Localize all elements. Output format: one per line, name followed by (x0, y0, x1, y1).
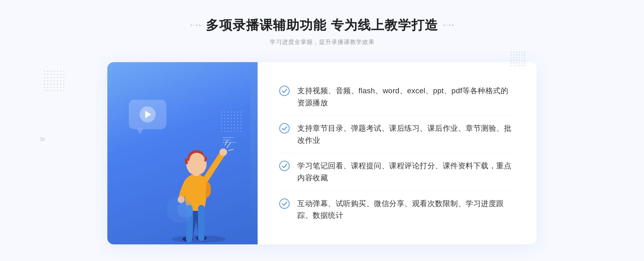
svg-point-11 (280, 124, 289, 133)
deco-circle-small (177, 202, 193, 218)
header-section: 多项录播课辅助功能 专为线上教学打造 学习进度全掌握，提升录播课教学效果 (191, 17, 453, 46)
content-card: 支持视频、音频、flash、word、excel、ppt、pdf等各种格式的资源… (107, 62, 537, 244)
svg-point-10 (280, 86, 289, 96)
check-icon-4 (279, 198, 290, 209)
svg-line-9 (225, 140, 228, 146)
play-triangle (145, 111, 151, 118)
svg-point-12 (280, 161, 289, 171)
check-icon-2 (279, 123, 290, 134)
feature-text-1: 支持视频、音频、flash、word、excel、ppt、pdf等各种格式的资源… (297, 85, 515, 109)
feature-text-4: 互动弹幕、试听购买、微信分享、观看次数限制、学习进度跟踪、数据统计 (297, 198, 515, 222)
deco-dots-left (191, 24, 200, 26)
feature-text-2: 支持章节目录、弹题考试、课后练习、课后作业、章节测验、批改作业 (297, 122, 515, 147)
feature-item-1: 支持视频、音频、flash、word、excel、ppt、pdf等各种格式的资源… (279, 79, 515, 116)
dots-decoration-left (43, 70, 64, 91)
svg-line-7 (227, 143, 231, 148)
illustration-panel (107, 62, 258, 244)
svg-line-8 (228, 149, 233, 151)
svg-point-3 (219, 148, 227, 156)
feature-text-3: 学习笔记回看、课程提问、课程评论打分、课件资料下载，重点内容收藏 (297, 160, 515, 184)
chevron-left-decoration: » (40, 134, 45, 144)
dots-decoration-right (510, 51, 526, 67)
person-illustration (158, 116, 239, 244)
accent-bar (250, 62, 258, 244)
play-icon (140, 106, 156, 122)
check-icon-3 (279, 161, 290, 171)
check-icon-1 (279, 85, 290, 96)
feature-item-4: 互动弹幕、试听购买、微信分享、观看次数限制、学习进度跟踪、数据统计 (279, 191, 515, 228)
svg-point-13 (280, 199, 289, 208)
deco-dots-right (444, 24, 453, 26)
features-panel: 支持视频、音频、flash、word、excel、ppt、pdf等各种格式的资源… (258, 62, 537, 244)
feature-item-3: 学习笔记回看、课程提问、课程评论打分、课件资料下载，重点内容收藏 (279, 154, 515, 191)
page-wrapper: » 多项录播课辅助功能 专为线上教学打造 学习进度全掌握，提升录播课教学效果 (0, 0, 644, 261)
main-title: 多项录播课辅助功能 专为线上教学打造 (206, 17, 438, 34)
feature-item-2: 支持章节目录、弹题考试、课后练习、课后作业、章节测验、批改作业 (279, 116, 515, 153)
subtitle: 学习进度全掌握，提升录播课教学效果 (191, 38, 453, 46)
title-row: 多项录播课辅助功能 专为线上教学打造 (191, 17, 453, 34)
